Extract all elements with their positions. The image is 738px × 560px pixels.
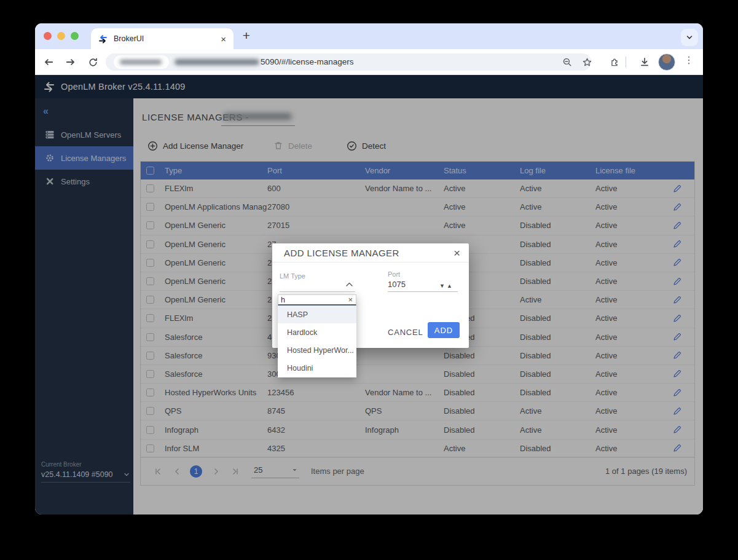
browser-tab[interactable]: BrokerUI ×: [91, 28, 234, 49]
lm-type-label: LM Type: [280, 272, 305, 280]
tab-strip: BrokerUI × +: [35, 23, 703, 49]
port-underline: [388, 291, 458, 292]
url-domain-redacted: [175, 59, 259, 65]
port-label: Port: [388, 270, 400, 278]
profile-avatar[interactable]: [658, 53, 675, 71]
macos-zoom-button[interactable]: [71, 32, 79, 40]
macos-close-button[interactable]: [44, 32, 52, 40]
dropdown-option-hardlock[interactable]: Hardlock: [278, 323, 356, 341]
modal-close-icon[interactable]: ×: [453, 247, 460, 259]
url-text: 5090/#/license-managers: [261, 53, 354, 71]
dropdown-option-hasp[interactable]: HASP: [278, 306, 356, 323]
tab-close-icon[interactable]: ×: [221, 34, 226, 44]
port-spinner[interactable]: ▼▲: [439, 283, 454, 289]
lm-type-search-input[interactable]: [281, 295, 342, 304]
chevron-up-icon[interactable]: [345, 282, 353, 287]
dropdown-option-hosted-hyperworks[interactable]: Hosted HyperWor...: [278, 342, 356, 360]
favicon-openlm-icon: [98, 34, 108, 44]
toolbar-divider: [626, 57, 626, 68]
back-button[interactable]: [40, 53, 57, 71]
address-bar[interactable]: 5090/#/license-managers: [106, 53, 591, 71]
port-input[interactable]: 1075: [388, 280, 406, 289]
lm-type-dropdown: × HASP Hardlock Hosted HyperWor... Houdi…: [278, 294, 356, 377]
browser-window: BrokerUI × + 5090/#/license-managers: [35, 23, 703, 515]
tab-title: BrokerUI: [114, 34, 221, 43]
browser-toolbar: 5090/#/license-managers ⋮: [35, 49, 703, 75]
download-icon[interactable]: [637, 55, 652, 69]
clear-search-icon[interactable]: ×: [348, 295, 353, 305]
cancel-button[interactable]: CANCEL: [383, 324, 428, 341]
not-secure-badge-redacted: [114, 55, 169, 69]
new-tab-button[interactable]: +: [238, 27, 255, 44]
modal-title: ADD LICENSE MANAGER: [284, 248, 453, 258]
bookmark-star-icon[interactable]: [580, 55, 594, 69]
lm-type-select[interactable]: [280, 291, 355, 292]
dropdown-option-houdini[interactable]: Houdini: [278, 360, 356, 377]
refresh-button[interactable]: [84, 53, 101, 71]
forward-button[interactable]: [62, 53, 79, 71]
macos-minimize-button[interactable]: [57, 32, 65, 40]
zoom-icon[interactable]: [560, 55, 574, 69]
add-button[interactable]: ADD: [428, 322, 460, 338]
browser-menu-icon[interactable]: ⋮: [684, 54, 694, 66]
extensions-puzzle-icon[interactable]: [608, 55, 622, 69]
chevron-down-icon: [685, 33, 694, 42]
tab-search-button[interactable]: [681, 29, 698, 46]
